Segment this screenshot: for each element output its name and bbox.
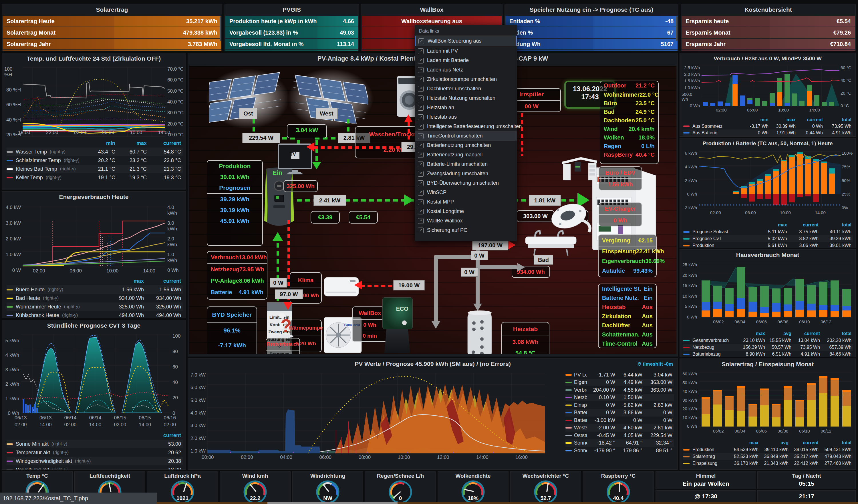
legend-row[interactable]: Schlafzimmer Temp(right-y)20.2 °C23.2 °C… — [6, 156, 183, 165]
solmonat-chart[interactable] — [699, 372, 852, 427]
table-row[interactable]: Vorgabesoll (123.83) in %49.03 — [225, 27, 358, 38]
row-label: Produktion heute je kWp in kWh — [225, 16, 317, 27]
table-row[interactable]: Produktion heute je kWp in kWh4.66 — [225, 16, 358, 27]
gauge-title: Luftdruck hPa — [147, 472, 218, 480]
x-axis: 06/0206/0406/0606/0806/1006/12 — [713, 428, 831, 434]
legend-row[interactable]: Temperatur akt(right-y)20.62 — [6, 448, 183, 457]
menu-item-winscp[interactable]: ↗WinSCP — [415, 188, 517, 197]
scrollbar[interactable] — [220, 16, 221, 41]
row-label: Vorgabesoll (123.83) in % — [225, 27, 317, 38]
legend-row[interactable]: Einspeisung36.170 kWh21.343 kWh22.412 kW… — [683, 460, 853, 467]
menu-item-byd-ueberwachung[interactable]: ↗BYD-Überwachung umschalten — [415, 178, 517, 188]
legend-row[interactable]: Batterie Bezug0 W3.86 kW0 W — [566, 409, 674, 417]
prodbatt-chart[interactable] — [699, 151, 841, 208]
y-axis-right: 100%75%50%25%0% — [842, 151, 854, 210]
menu-item-zirkulationspumpe[interactable]: ↗Zirkulationspumpe umschalten — [415, 75, 517, 84]
menu-item-batterienutzung-manuell[interactable]: ↗Batterienutzung manuell — [415, 150, 517, 160]
legend-row[interactable]: Sonnenhöhe(right-y)-18.42 °64.91 °32.34 … — [566, 439, 674, 447]
menu-item-heizstab-aus[interactable]: ↗Heizstab aus — [415, 112, 517, 122]
menu-item-kostal-longtime[interactable]: ↗Kostal Longtime — [415, 207, 517, 216]
energie-chart[interactable] — [22, 206, 165, 266]
weather-row: Wohnzimmer22.0 °C — [600, 90, 658, 99]
scrollbar[interactable] — [676, 16, 678, 41]
menu-item-batterie-limits[interactable]: ↗Batterie-Limits umschalten — [415, 160, 517, 169]
row-label: Entladen % — [505, 16, 593, 27]
table-row[interactable]: Ersparnis heute€5.54 — [682, 16, 855, 27]
menu-item-laden-aus-netz[interactable]: ↗Laden aus Netz — [415, 65, 517, 75]
row-value: 35.217 kWh — [114, 16, 221, 27]
timeshift-badge[interactable]: ⏱ timeshift -0m — [637, 361, 673, 367]
table-row[interactable]: Entladen %-48 — [505, 16, 678, 27]
battery-flow-label: 0 W — [270, 278, 287, 288]
legend-row[interactable]: Keller Temp(right-y)19.1 °C19.3 °C19.3 °… — [6, 173, 183, 182]
legend-row[interactable]: PV Leistung-1.71 W6.44 kW3.04 kW — [566, 371, 674, 379]
legend-row[interactable]: Einspeisung0 W5.62 kW2.63 kW — [566, 401, 674, 409]
temp-chart[interactable] — [22, 67, 165, 137]
legend-row[interactable]: Sonnenrichtung(right-y)-179.90 °179.86 °… — [566, 447, 674, 455]
legend-row[interactable]: Oststring-0.45 W4.05 kW229.54 W — [566, 432, 674, 439]
boiler-icon — [466, 309, 493, 354]
legend-row[interactable]: Kleines Bad Temp(right-y)21.1 °C21.3 °C2… — [6, 165, 183, 173]
menu-item-dachluefter[interactable]: ↗Dachluefter umschalten — [415, 84, 517, 94]
gauge-wechselrichter: Wechselrichter °C 52.7 — [510, 471, 581, 502]
prognose-chart[interactable] — [21, 334, 170, 413]
legend-row[interactable]: Weststring-2.00 W4.60 kW2.81 kW — [566, 424, 674, 432]
legend-row[interactable]: Batteriebezug8.90 kWh6.51 kWh4.91 kWh84.… — [683, 351, 853, 357]
table-row[interactable]: Laden %67 — [505, 27, 678, 38]
menu-item-zwangsladung[interactable]: ↗Zwangsladung umschalten — [415, 169, 517, 178]
table-row[interactable]: Solarertrag Monat479.338 kWh — [3, 27, 221, 38]
pipe-left — [434, 255, 477, 259]
legend-row[interactable]: Solarertrag52.523 kWh36.849 kWh35.217 kW… — [683, 453, 853, 460]
gauge-wolkendichte: Wolkendichte 18% — [438, 471, 509, 502]
legend-row[interactable]: Bad Heute(right-y)934.00 Wh934.00 Wh — [6, 294, 183, 303]
panel-himmel: Himmel Ein paar Wolken — [655, 471, 756, 489]
legend-row[interactable]: Aus Batterie0 Wh1.91 kWh0.44 Wh4.91 kWh — [683, 130, 853, 136]
legend-row[interactable]: Verbrauch204.00 W4.58 kW363.00 W — [566, 386, 674, 394]
series-color — [6, 452, 13, 453]
table-row[interactable]: Ersparnis Jahr€710.84 — [682, 38, 855, 49]
legend-row[interactable]: Kühlschrank Heute(right-y)494.00 Wh494.0… — [6, 311, 183, 318]
legend-row[interactable]: Windgeschwindigkeit akt(right-y)20.38 — [6, 457, 183, 466]
menu-item-intelligente-batteriesteuerung[interactable]: ↗Intelligente Batteriesteuerung umschalt… — [415, 122, 517, 131]
menu-item-kostal-mpp[interactable]: ↗Kostal MPP — [415, 197, 517, 207]
table-row[interactable]: Vorgabesoll lfd. Monat in %113.14 — [225, 38, 358, 49]
legend-row[interactable]: Prognose CvT5.02 kWh3.82 kWh39.29 kWh — [683, 235, 853, 242]
legend-row[interactable]: Produktion5.61 kWh3.06 kWh39.01 kWh — [683, 242, 853, 248]
menu-item-batterienutzung[interactable]: ↗Batterienutzung umschalten — [415, 141, 517, 150]
hausmonat-chart[interactable] — [699, 263, 852, 318]
table-row[interactable]: Solarertrag Heute35.217 kWh — [3, 16, 221, 27]
menu-item-sicherung-auf-pc[interactable]: ↗Sicherung auf PC — [415, 226, 517, 235]
menu-item-timecontrol[interactable]: ↗TimeControl umschalten — [415, 131, 517, 141]
menu-item-laden-mit-batterie[interactable]: ↗Laden mit Batterie — [415, 56, 517, 65]
series-color — [6, 168, 13, 170]
legend-row[interactable]: Bewölkung akt(right-y)18.00 — [6, 466, 183, 470]
gauge-title: Regen/Schnee L/h — [365, 472, 435, 480]
legend-row[interactable]: Netzbezug0.10 W1.50 kW — [566, 394, 674, 402]
legend-row[interactable]: Buero Heute(right-y)1.56 kWh1.56 kWh — [6, 285, 183, 294]
legend-row[interactable]: Prognose Solcast5.11 kWh3.75 kWh40.11 kW… — [683, 228, 853, 235]
menu-item-wallbox-steuerung-aus[interactable]: ↗WallBox-Steuerung aus — [415, 36, 517, 46]
table-row[interactable]: Ladung Wh5167 — [505, 38, 678, 49]
legend-row[interactable]: Eigenverbrauch0 W4.49 kW363.00 W — [566, 379, 674, 387]
menu-item-laden-mit-pv[interactable]: ↗Laden mit PV — [415, 46, 517, 56]
panel-hausverbrauch-monat: Hausverbrauch Monat 25 kWh20 kWh15 kWh10… — [680, 249, 856, 357]
menu-item-heizstab-nutzung[interactable]: ↗Heizstab Nutzung umschalten — [415, 94, 517, 103]
legend-row[interactable]: Wohnzimmer Heute(right-y)325.00 Wh325.00… — [6, 303, 183, 311]
x-axis: 06/0206/0406/0606/0806/1006/12 — [713, 319, 831, 324]
legend-row[interactable]: Batterie Laden-3.00 kW0 W0 W — [566, 417, 674, 424]
table-row[interactable]: Ersparnis Monat€79.26 — [682, 27, 855, 38]
legend-row[interactable]: Wasser Temp(right-y)43.4 °C60.7 °C54.8 °… — [6, 147, 183, 156]
legend-row[interactable]: Netzbezug156.39 Wh50.57 Wh73.95 Wh657.39… — [683, 344, 853, 351]
scrollbar-segment[interactable] — [267, 502, 398, 504]
legend-row[interactable]: Aus Stromnetz-3.17 Wh30.39 Wh0 Wh73.95 W… — [683, 123, 853, 130]
table-row[interactable]: Solarertrag Jahr3.783 MWh — [3, 38, 221, 49]
legend-row[interactable]: Gesamtverbrauch23.10 kWh15.55 kWh13.04 k… — [683, 337, 853, 344]
legend-row[interactable]: Sonne Min akt(right-y)53.00 — [6, 440, 183, 448]
menu-item-wallbe-wallbox[interactable]: ↗WallBe Wallbox — [415, 216, 517, 226]
hzst-chart[interactable] — [702, 66, 839, 106]
menu-item-heizstab-an[interactable]: ↗Heizstab an — [415, 103, 517, 112]
row-value: 67 — [593, 27, 678, 38]
hzst-legend: minmaxcurrenttotal Aus Stromnetz-3.17 Wh… — [683, 117, 853, 136]
legend-row[interactable]: Produktion54.539 kWh39.110 kWh39.015 kWh… — [683, 446, 853, 453]
pv-chart[interactable] — [207, 373, 545, 453]
